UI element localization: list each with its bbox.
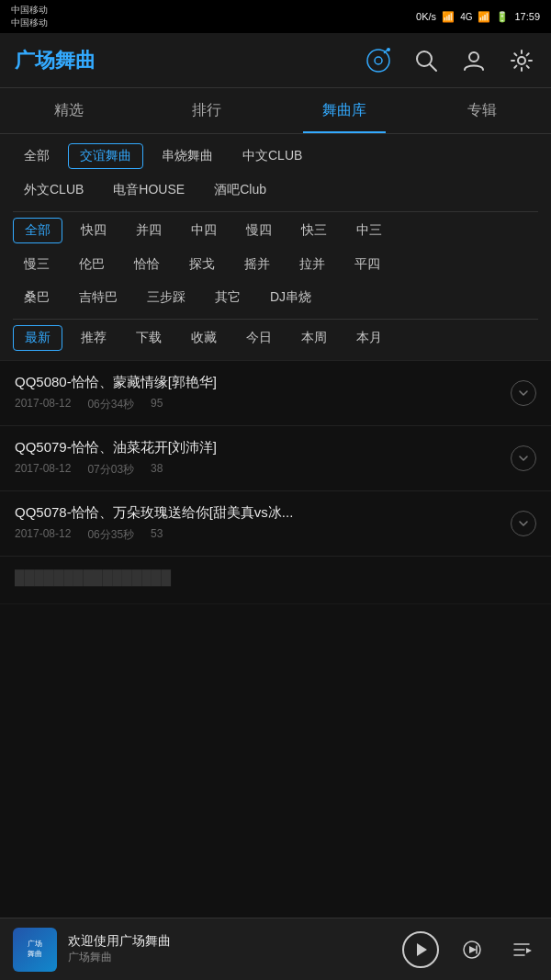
table-row[interactable]: QQ5079-恰恰、油菜花开[刘沛洋] 2017-08-12 07分03秒 38 (0, 426, 551, 491)
tab-paihang[interactable]: 排行 (138, 88, 276, 133)
player-thumb-text: 广场舞曲 (13, 928, 57, 972)
tab-zhuanji[interactable]: 专辑 (413, 88, 551, 133)
song-title: ████████████████ (15, 569, 536, 585)
tab-jingxuan[interactable]: 精选 (0, 88, 138, 133)
svg-line-4 (430, 64, 436, 71)
svg-point-0 (367, 50, 389, 72)
song-date: 2017-08-12 (15, 462, 71, 478)
signal2-icon: 📶 (478, 11, 490, 23)
filter-yaobing[interactable]: 摇并 (233, 253, 281, 276)
carrier1: 中国移动 (11, 4, 48, 17)
sort-shoucang[interactable]: 收藏 (180, 326, 228, 350)
filter-waiwenclub[interactable]: 外文CLUB (13, 178, 95, 202)
sort-benzhou[interactable]: 本周 (290, 326, 338, 350)
divider1 (13, 211, 538, 212)
network-speed: 0K/s (416, 11, 436, 22)
filter-all1[interactable]: 全部 (13, 144, 61, 168)
player-controls (402, 931, 538, 968)
filter-all2[interactable]: 全部 (13, 218, 62, 243)
song-count: 38 (151, 462, 163, 478)
filter-djchuanshao[interactable]: DJ串烧 (259, 286, 322, 310)
song-meta: 2017-08-12 06分34秒 95 (15, 397, 511, 412)
filter-bing4[interactable]: 并四 (125, 219, 173, 242)
sort-tuijian[interactable]: 推荐 (70, 326, 118, 350)
table-row[interactable]: ████████████████ (0, 557, 551, 604)
filter-man3[interactable]: 慢三 (13, 253, 61, 276)
song-info: QQ5079-恰恰、油菜花开[刘沛洋] 2017-08-12 07分03秒 38 (15, 439, 511, 478)
song-meta: 2017-08-12 06分35秒 53 (15, 527, 511, 543)
player-bar: 广场舞曲 欢迎使用广场舞曲 广场舞曲 (0, 918, 551, 980)
filter-kuai3[interactable]: 快三 (290, 219, 338, 242)
filter-zhong3[interactable]: 中三 (345, 219, 393, 242)
song-count: 53 (151, 527, 163, 543)
filter-samba[interactable]: 桑巴 (13, 286, 61, 310)
song-title: QQ5079-恰恰、油菜花开[刘沛洋] (15, 439, 511, 456)
filter-jiteba[interactable]: 吉特巴 (68, 286, 129, 310)
sort-zuixin[interactable]: 最新 (13, 325, 62, 351)
chevron-down-icon[interactable] (511, 445, 536, 471)
filter-labing[interactable]: 拉并 (288, 253, 336, 276)
song-info: QQ5080-恰恰、蒙藏情缘[郭艳华] 2017-08-12 06分34秒 95 (15, 374, 511, 412)
song-date: 2017-08-12 (15, 527, 71, 543)
sort-jinri[interactable]: 今日 (235, 326, 283, 350)
signal-icon: 4G (460, 12, 472, 22)
song-info: QQ5078-恰恰、万朵玫瑰送给你[甜美真vs冰... 2017-08-12 0… (15, 504, 511, 543)
category-filter-row2: 外文CLUB 电音HOUSE 酒吧Club (13, 178, 538, 202)
song-date: 2017-08-12 (15, 397, 71, 412)
filter-chuanshao[interactable]: 串烧舞曲 (151, 144, 224, 168)
song-list: QQ5080-恰恰、蒙藏情缘[郭艳华] 2017-08-12 06分34秒 95… (0, 361, 551, 667)
search-icon[interactable] (411, 46, 441, 75)
filter-zhong4[interactable]: 中四 (180, 219, 228, 242)
filter-jiubaclub[interactable]: 酒吧Club (203, 178, 277, 202)
filter-jiaoyiwuqu[interactable]: 交谊舞曲 (68, 143, 143, 169)
player-info: 欢迎使用广场舞曲 广场舞曲 (68, 933, 391, 965)
status-right: 0K/s 📶 4G 📶 🔋 17:59 (416, 11, 540, 23)
song-count: 95 (151, 397, 163, 412)
player-title: 欢迎使用广场舞曲 (68, 933, 391, 950)
filter-ping4[interactable]: 平四 (343, 253, 391, 276)
play-button[interactable] (402, 931, 439, 968)
battery-icon: 🔋 (496, 11, 509, 23)
filter-sanbudie[interactable]: 三步踩 (136, 286, 197, 310)
chevron-down-icon[interactable] (511, 511, 536, 536)
svg-marker-14 (526, 948, 532, 953)
chevron-down-icon[interactable] (511, 380, 536, 406)
svg-marker-7 (417, 943, 427, 956)
playlist-button[interactable] (505, 933, 538, 966)
tab-wuquku[interactable]: 舞曲库 (276, 88, 413, 133)
player-thumbnail: 广场舞曲 (13, 928, 57, 972)
carrier-info: 中国移动 中国移动 (11, 4, 48, 29)
filter-section: 全部 交谊舞曲 串烧舞曲 中文CLUB 外文CLUB 电音HOUSE 酒吧Clu… (0, 134, 551, 361)
status-bar: 中国移动 中国移动 0K/s 📶 4G 📶 🔋 17:59 (0, 0, 551, 33)
filter-qita[interactable]: 其它 (204, 286, 252, 310)
filter-lunba[interactable]: 伦巴 (68, 253, 116, 276)
table-row[interactable]: QQ5080-恰恰、蒙藏情缘[郭艳华] 2017-08-12 06分34秒 95 (0, 361, 551, 426)
header-icons (364, 46, 536, 75)
filter-man4[interactable]: 慢四 (235, 219, 283, 242)
settings-icon[interactable] (507, 46, 536, 75)
song-duration: 07分03秒 (87, 462, 134, 478)
rhythm-filter-row3: 桑巴 吉特巴 三步踩 其它 DJ串烧 (13, 286, 538, 310)
sort-xiazai[interactable]: 下载 (125, 326, 173, 350)
song-info: ████████████████ (15, 569, 536, 591)
filter-kuai4[interactable]: 快四 (70, 219, 118, 242)
svg-marker-9 (469, 946, 477, 953)
next-button[interactable] (455, 933, 489, 966)
song-title: QQ5078-恰恰、万朵玫瑰送给你[甜美真vs冰... (15, 504, 511, 522)
rhythm-filter-row2: 慢三 伦巴 恰恰 探戈 摇并 拉并 平四 (13, 253, 538, 276)
filter-qiaqia[interactable]: 恰恰 (123, 253, 171, 276)
divider2 (13, 319, 538, 320)
filter-dianyinhouse[interactable]: 电音HOUSE (102, 178, 196, 202)
user-icon[interactable] (459, 46, 489, 75)
sort-benyue[interactable]: 本月 (345, 326, 393, 350)
filter-tange[interactable]: 探戈 (178, 253, 226, 276)
table-row[interactable]: QQ5078-恰恰、万朵玫瑰送给你[甜美真vs冰... 2017-08-12 0… (0, 491, 551, 557)
app-title: 广场舞曲 (15, 47, 364, 74)
song-duration: 06分34秒 (87, 397, 134, 412)
filter-zhongwenclub[interactable]: 中文CLUB (231, 144, 313, 168)
svg-point-5 (469, 52, 478, 62)
svg-point-2 (387, 48, 390, 51)
music-disc-icon[interactable] (364, 46, 393, 75)
song-duration: 06分35秒 (87, 527, 134, 543)
svg-point-1 (375, 57, 382, 64)
